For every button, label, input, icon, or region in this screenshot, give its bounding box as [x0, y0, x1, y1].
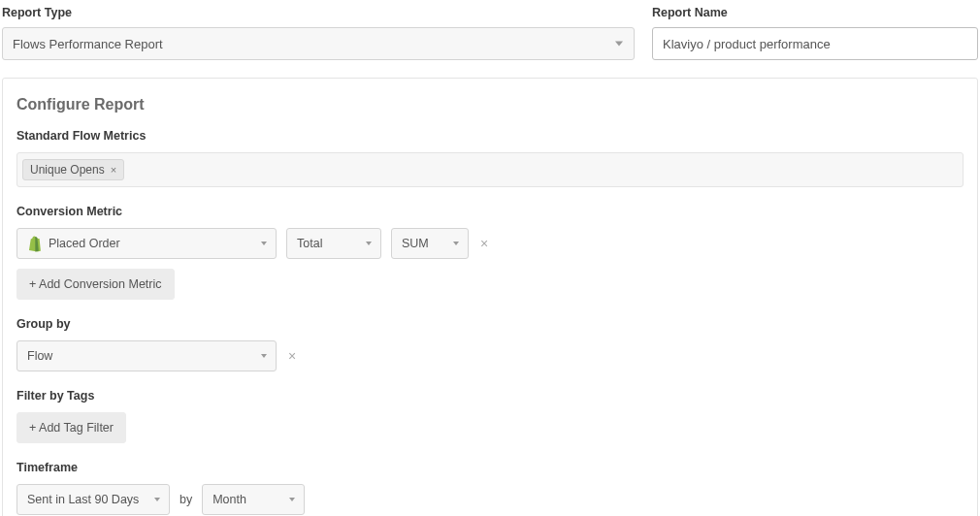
- chevron-down-icon: [154, 498, 160, 501]
- timeframe-label: Timeframe: [16, 461, 964, 474]
- chevron-down-icon: [261, 354, 267, 358]
- report-type-label: Report Type: [2, 6, 635, 19]
- report-type-value: Flows Performance Report: [13, 37, 163, 51]
- configure-report-panel: Configure Report Standard Flow Metrics U…: [2, 78, 978, 516]
- conversion-type-value: Total: [297, 237, 322, 250]
- chevron-down-icon: [615, 42, 623, 47]
- filter-by-tags-label: Filter by Tags: [16, 389, 964, 403]
- conversion-agg-value: SUM: [402, 237, 429, 250]
- metric-chip-unique-opens[interactable]: Unique Opens ×: [22, 159, 124, 180]
- conversion-metric-value: Placed Order: [49, 237, 120, 250]
- report-name-value: Klaviyo / product performance: [663, 37, 831, 51]
- metric-chip-label: Unique Opens: [30, 163, 105, 177]
- timeframe-range-value: Sent in Last 90 Days: [27, 493, 139, 506]
- chevron-down-icon: [261, 242, 267, 245]
- conversion-metric-select[interactable]: Placed Order: [16, 228, 277, 259]
- standard-flow-metrics-input[interactable]: Unique Opens ×: [16, 152, 964, 187]
- close-icon[interactable]: ×: [111, 164, 116, 176]
- chevron-down-icon: [366, 242, 372, 245]
- timeframe-bucket-select[interactable]: Month: [202, 484, 305, 515]
- timeframe-bucket-value: Month: [212, 493, 246, 506]
- report-type-select[interactable]: Flows Performance Report: [2, 27, 635, 60]
- group-by-select[interactable]: Flow: [16, 340, 277, 371]
- report-name-label: Report Name: [652, 6, 978, 19]
- add-tag-filter-button[interactable]: + Add Tag Filter: [16, 412, 126, 443]
- timeframe-by-text: by: [180, 493, 192, 506]
- conversion-agg-select[interactable]: SUM: [391, 228, 469, 259]
- timeframe-range-select[interactable]: Sent in Last 90 Days: [16, 484, 170, 515]
- group-by-label: Group by: [16, 317, 964, 331]
- configure-report-heading: Configure Report: [16, 96, 964, 113]
- remove-conversion-metric-button[interactable]: ×: [478, 236, 490, 251]
- add-conversion-metric-button[interactable]: + Add Conversion Metric: [16, 269, 175, 300]
- group-by-value: Flow: [27, 349, 52, 363]
- chevron-down-icon: [289, 498, 295, 501]
- shopify-icon: [25, 235, 43, 252]
- conversion-metric-label: Conversion Metric: [16, 205, 964, 218]
- remove-group-by-button[interactable]: ×: [286, 348, 298, 364]
- standard-flow-metrics-label: Standard Flow Metrics: [16, 129, 964, 143]
- report-name-input[interactable]: Klaviyo / product performance: [652, 27, 978, 60]
- chevron-down-icon: [453, 242, 459, 245]
- conversion-type-select[interactable]: Total: [286, 228, 381, 259]
